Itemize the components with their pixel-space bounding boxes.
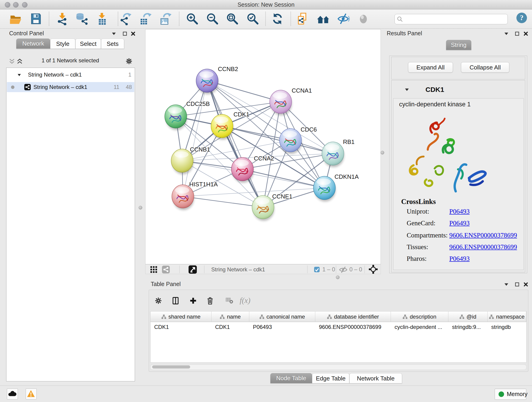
refresh-icon[interactable] bbox=[271, 12, 284, 25]
tab-network[interactable]: Network bbox=[16, 38, 50, 49]
table-cell[interactable]: P06493 bbox=[249, 322, 315, 332]
zoom-fit-icon[interactable] bbox=[226, 12, 239, 25]
network-node-rb1[interactable]: RB1 bbox=[322, 138, 355, 165]
column-header-description[interactable]: description bbox=[391, 312, 448, 322]
tab-sets[interactable]: Sets bbox=[101, 38, 124, 49]
control-panel-float-icon[interactable] bbox=[122, 31, 128, 37]
birds-eye-view-icon[interactable] bbox=[189, 265, 197, 274]
column-header-namespace[interactable]: namespace bbox=[488, 312, 526, 322]
table-row[interactable]: CDK1CDK1P064939606.ENSP00000378699cyclin… bbox=[151, 322, 526, 332]
control-panel-close-icon[interactable] bbox=[130, 31, 136, 37]
selected-checkbox-icon[interactable] bbox=[314, 267, 320, 272]
network-node-cdkn1a[interactable]: CDKN1A bbox=[313, 173, 359, 200]
protein-structure-image bbox=[403, 111, 492, 200]
tab-edge-table[interactable]: Edge Table bbox=[312, 373, 349, 383]
results-panel-close-icon[interactable] bbox=[523, 31, 529, 37]
tab-style[interactable]: Style bbox=[50, 38, 75, 49]
zoom-out-icon[interactable] bbox=[206, 12, 219, 25]
collapse-all-button[interactable]: Collapse All bbox=[461, 62, 509, 73]
network-edge-CCNB2-CCNE1[interactable] bbox=[207, 81, 263, 207]
open-session-icon[interactable] bbox=[9, 12, 22, 25]
crosslink-label: Pharos: bbox=[407, 255, 449, 262]
column-header-canonical-name[interactable]: canonical name bbox=[249, 312, 315, 322]
column-header-database-identifier[interactable]: database identifier bbox=[315, 312, 391, 322]
crosslink-link[interactable]: P06493 bbox=[449, 219, 470, 227]
delete-table-icon[interactable] bbox=[225, 297, 234, 305]
tab-node-table[interactable]: Node Table bbox=[270, 373, 312, 383]
bottom-splitter-handle[interactable] bbox=[336, 275, 340, 279]
expand-all-button[interactable]: Expand All bbox=[408, 62, 453, 73]
network-node-hist1h1a[interactable]: HIST1H1A bbox=[172, 181, 218, 208]
network-row-selected[interactable]: String Network – cdk1 11 48 bbox=[7, 82, 134, 92]
table-panel-close-icon[interactable] bbox=[523, 281, 529, 287]
node-gloss bbox=[234, 160, 249, 166]
column-type-icon bbox=[459, 314, 464, 319]
node-label-cdkn1a: CDKN1A bbox=[335, 173, 359, 180]
zoom-in-icon[interactable] bbox=[186, 12, 198, 25]
help-button[interactable]: ? bbox=[516, 12, 527, 23]
search-input[interactable] bbox=[405, 15, 507, 23]
warning-icon[interactable] bbox=[26, 389, 37, 400]
show-hidden-icon[interactable] bbox=[357, 12, 370, 25]
hide-selected-icon[interactable] bbox=[337, 12, 350, 25]
control-panel-menu-icon[interactable] bbox=[111, 31, 117, 37]
crosslink-link[interactable]: P06493 bbox=[449, 255, 470, 262]
crosslink-link[interactable]: P06493 bbox=[449, 208, 470, 215]
network-node-cdc25b[interactable]: CDC25B bbox=[165, 100, 210, 128]
new-network-from-selection-icon[interactable] bbox=[297, 12, 309, 25]
statusbar-separator bbox=[204, 265, 204, 273]
scrollbar-thumb[interactable] bbox=[152, 365, 190, 369]
cloud-icon[interactable] bbox=[7, 389, 18, 400]
import-table-icon[interactable] bbox=[95, 12, 108, 25]
crosslink-row: GeneCard:P06493 bbox=[407, 219, 470, 229]
network-options-gear-icon[interactable] bbox=[125, 57, 133, 65]
grid-view-icon[interactable] bbox=[150, 266, 157, 273]
export-image-icon[interactable] bbox=[159, 12, 172, 25]
column-header--id[interactable]: @id bbox=[448, 312, 488, 322]
first-neighbors-icon[interactable] bbox=[317, 12, 330, 25]
select-columns-icon[interactable] bbox=[172, 297, 180, 305]
crosslink-link[interactable]: 9606.ENSP00000378699 bbox=[449, 243, 517, 250]
table-cell[interactable]: stringdb:9... bbox=[448, 322, 488, 332]
hidden-eye-icon[interactable] bbox=[339, 267, 347, 273]
column-header-shared-name[interactable]: shared name bbox=[151, 312, 211, 322]
left-splitter-handle[interactable] bbox=[139, 206, 142, 210]
gene-expander-icon[interactable] bbox=[404, 87, 410, 93]
network-collection-row[interactable]: String Network – cdk1 1 bbox=[7, 70, 134, 80]
network-edge-HIST1H1A-CCNE1[interactable] bbox=[183, 196, 263, 207]
table-cell[interactable]: cyclin-dependent ... bbox=[391, 322, 448, 332]
import-network-database-icon[interactable] bbox=[75, 12, 88, 25]
right-splitter-handle[interactable] bbox=[380, 151, 384, 154]
delete-column-icon[interactable] bbox=[206, 297, 214, 305]
save-session-icon[interactable] bbox=[30, 12, 42, 25]
column-header-name[interactable]: name bbox=[211, 312, 249, 322]
tab-string[interactable]: String bbox=[446, 40, 471, 50]
table-panel-menu-icon[interactable] bbox=[503, 281, 509, 287]
memory-button[interactable]: Memory bbox=[495, 389, 526, 400]
network-view-share-icon[interactable] bbox=[162, 266, 170, 274]
export-network-icon[interactable] bbox=[119, 12, 132, 25]
results-panel-float-icon[interactable] bbox=[514, 31, 520, 37]
results-panel-menu-icon[interactable] bbox=[503, 31, 509, 37]
table-horizontal-scrollbar[interactable] bbox=[150, 364, 526, 370]
network-edge-CCNA2-CDKN1A[interactable] bbox=[242, 169, 324, 188]
function-builder-button[interactable]: f(x) bbox=[240, 296, 250, 305]
export-table-icon[interactable] bbox=[139, 12, 152, 25]
network-node-cdk1[interactable]: CDK1 bbox=[211, 111, 249, 138]
table-cell[interactable]: CDK1 bbox=[211, 322, 249, 332]
table-cell[interactable]: stringdb bbox=[488, 322, 526, 332]
table-cell[interactable]: 9606.ENSP00000378699 bbox=[315, 322, 391, 332]
zoom-selected-icon[interactable] bbox=[246, 12, 259, 25]
add-column-icon[interactable] bbox=[189, 297, 197, 305]
crosslink-link[interactable]: 9606.ENSP00000378699 bbox=[449, 231, 517, 239]
pan-crosshair-icon[interactable] bbox=[369, 265, 378, 274]
table-panel-float-icon[interactable] bbox=[514, 281, 520, 287]
network-canvas[interactable]: CCNB2CCNA1CDC25BCDK1CDC6RB1CCNB1CCNA2CDK… bbox=[145, 29, 381, 264]
collection-expander-icon[interactable] bbox=[17, 73, 22, 77]
tab-network-table[interactable]: Network Table bbox=[349, 373, 402, 383]
tab-select[interactable]: Select bbox=[75, 38, 101, 49]
table-settings-gear-icon[interactable] bbox=[154, 297, 162, 305]
table-cell[interactable]: CDK1 bbox=[151, 322, 211, 332]
network-node-ccna1[interactable]: CCNA1 bbox=[270, 87, 312, 114]
import-network-icon[interactable] bbox=[56, 12, 69, 25]
